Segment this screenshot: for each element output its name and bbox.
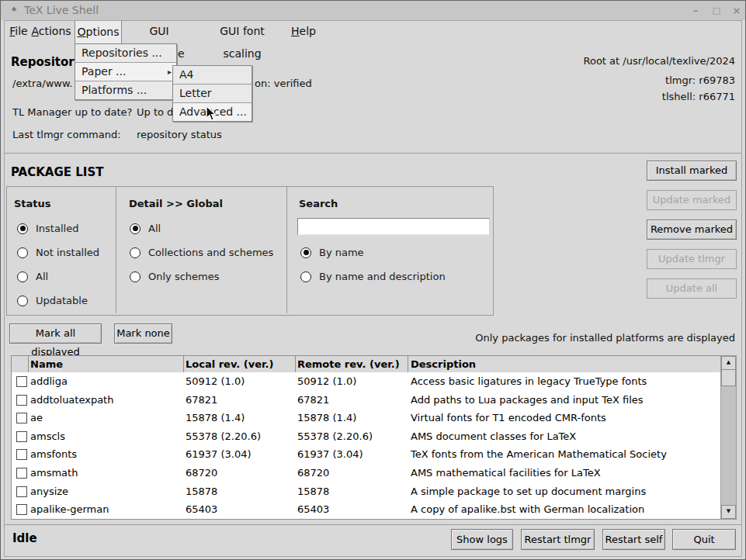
radio-updatable[interactable]: Updatable bbox=[17, 294, 88, 306]
table-row[interactable]: apalike-german 65403 65403 A copy of apa… bbox=[12, 500, 720, 519]
radio-label: All bbox=[36, 271, 48, 282]
cell-remote-rev: 61937 (3.04) bbox=[297, 445, 363, 464]
cell-description: Add paths to Lua packages and input TeX … bbox=[411, 391, 644, 410]
minimize-icon[interactable]: – bbox=[688, 4, 703, 18]
radio-label: Installed bbox=[36, 223, 78, 234]
restart-tlmgr-button[interactable]: Restart tlmgr bbox=[521, 529, 595, 550]
row-checkbox[interactable] bbox=[16, 395, 27, 406]
package-table: Name Local rev. (ver.) Remote rev. (ver.… bbox=[11, 355, 721, 520]
radio-collections-schemes[interactable]: Collections and schemes bbox=[130, 246, 273, 258]
table-row[interactable]: anysize 15878 15878 A simple package to … bbox=[12, 482, 720, 501]
menu-item-paper[interactable]: Paper ...▸ bbox=[75, 63, 176, 81]
radio-all-status[interactable]: All bbox=[17, 270, 48, 282]
cell-remote-rev: 67821 bbox=[297, 391, 329, 410]
radio-label: Collections and schemes bbox=[148, 247, 273, 258]
cell-remote-rev: 15878 bbox=[297, 482, 329, 501]
table-header: Name Local rev. (ver.) Remote rev. (ver.… bbox=[12, 356, 720, 373]
radio-by-name[interactable]: By name bbox=[300, 246, 364, 258]
scroll-down-icon[interactable]: ▼ bbox=[721, 505, 736, 519]
radio-by-name-description[interactable]: By name and description bbox=[300, 270, 446, 282]
col-name[interactable]: Name bbox=[30, 356, 63, 372]
radio-only-schemes[interactable]: Only schemes bbox=[130, 270, 220, 282]
restart-self-button[interactable]: Restart self bbox=[602, 529, 665, 550]
cell-remote-rev: 55378 (2.20.6) bbox=[297, 427, 373, 446]
cell-description: TeX fonts from the American Mathematical… bbox=[411, 445, 667, 464]
package-list-heading: PACKAGE LIST bbox=[11, 165, 103, 179]
radio-label: By name bbox=[319, 247, 364, 258]
submenu-item-a4[interactable]: A4 bbox=[173, 66, 252, 85]
search-label: Search bbox=[299, 198, 338, 209]
table-row[interactable]: addliga 50912 (1.0) 50912 (1.0) Access b… bbox=[12, 372, 720, 391]
close-icon[interactable]: × bbox=[729, 4, 744, 18]
submenu-arrow-icon: ▸ bbox=[168, 63, 172, 81]
tlmgr-revision: tlmgr: r69783 bbox=[665, 74, 735, 86]
update-all-button: Update all bbox=[647, 278, 737, 299]
col-divider bbox=[183, 356, 184, 372]
status-text: Idle bbox=[12, 531, 37, 545]
lastcmd-label: Last tlmgr command: bbox=[12, 129, 121, 140]
section-divider bbox=[5, 153, 741, 154]
row-checkbox[interactable] bbox=[16, 486, 27, 497]
detail-filter-label: Detail >> Global bbox=[129, 198, 223, 209]
table-row[interactable]: addtoluatexpath 67821 67821 Add paths to… bbox=[12, 391, 720, 410]
table-row[interactable]: amscls 55378 (2.20.6) 55378 (2.20.6) AMS… bbox=[12, 427, 720, 446]
filters-divider-2 bbox=[286, 187, 287, 313]
update-marked-button: Update marked bbox=[647, 190, 737, 210]
radio-detail-all[interactable]: All bbox=[130, 222, 161, 234]
radio-label: By name and description bbox=[319, 271, 446, 282]
table-scrollbar[interactable]: ▲ ▼ bbox=[720, 355, 737, 520]
remove-marked-button[interactable]: Remove marked bbox=[647, 220, 737, 240]
table-row[interactable]: ae 15878 (1.4) 15878 (1.4) Virtual fonts… bbox=[12, 409, 720, 427]
col-description[interactable]: Description bbox=[411, 356, 476, 372]
scrollbar-thumb[interactable] bbox=[721, 369, 736, 386]
install-marked-button[interactable]: Install marked bbox=[647, 161, 737, 181]
mark-all-displayed-button[interactable]: Mark all displayed bbox=[9, 323, 102, 344]
col-divider bbox=[28, 356, 29, 372]
row-checkbox[interactable] bbox=[16, 468, 27, 479]
app-icon: ◆ bbox=[12, 5, 16, 12]
cell-name: amsmath bbox=[30, 464, 78, 482]
menu-gui-language[interactable]: GUI language bbox=[123, 20, 195, 43]
menu-item-platforms[interactable]: Platforms ... bbox=[75, 81, 176, 99]
cell-name: apalike-german bbox=[30, 500, 109, 519]
show-logs-button[interactable]: Show logs bbox=[451, 529, 513, 550]
menu-item-repositories[interactable]: Repositories ... bbox=[75, 44, 176, 63]
submenu-item-letter[interactable]: Letter bbox=[173, 85, 252, 103]
mouse-cursor bbox=[206, 105, 217, 124]
radio-not-installed[interactable]: Not installed bbox=[17, 246, 99, 258]
mark-none-button[interactable]: Mark none bbox=[114, 323, 172, 344]
quit-button[interactable]: Quit bbox=[672, 529, 736, 550]
root-path: Root at /usr/local/texlive/2024 bbox=[583, 55, 735, 67]
cell-local-rev: 67821 bbox=[186, 391, 217, 410]
cell-local-rev: 15878 (1.4) bbox=[186, 409, 245, 427]
repository-verification: on: verified bbox=[255, 78, 312, 89]
row-checkbox[interactable] bbox=[16, 431, 27, 442]
menu-bar: File Actions Options GUI language GUI fo… bbox=[1, 20, 745, 43]
cell-name: addtoluatexpath bbox=[30, 391, 113, 410]
menu-item-label: Paper ... bbox=[82, 65, 126, 78]
col-divider bbox=[295, 356, 296, 372]
col-local-rev[interactable]: Local rev. (ver.) bbox=[186, 356, 273, 372]
statusbar-divider bbox=[5, 524, 741, 525]
row-checkbox[interactable] bbox=[16, 413, 27, 423]
col-remote-rev[interactable]: Remote rev. (ver.) bbox=[297, 356, 400, 372]
row-checkbox[interactable] bbox=[16, 376, 27, 387]
maximize-icon[interactable]: □ bbox=[709, 4, 724, 18]
search-input[interactable] bbox=[297, 218, 490, 235]
row-checkbox[interactable] bbox=[16, 504, 27, 515]
menu-help[interactable]: Help bbox=[289, 20, 318, 43]
row-checkbox[interactable] bbox=[16, 449, 27, 460]
table-row[interactable]: amsfonts 61937 (3.04) 61937 (3.04) TeX f… bbox=[12, 445, 720, 464]
update-tlmgr-button: Update tlmgr bbox=[647, 249, 737, 269]
window-title: TeX Live Shell bbox=[24, 4, 99, 16]
menu-options[interactable]: Options bbox=[75, 20, 122, 43]
scroll-up-icon[interactable]: ▲ bbox=[721, 356, 736, 370]
col-divider bbox=[408, 356, 408, 372]
table-row[interactable]: amsmath 68720 68720 AMS mathematical fac… bbox=[12, 464, 720, 482]
menu-actions[interactable]: Actions bbox=[31, 20, 71, 43]
cell-description: AMS mathematical facilities for LaTeX bbox=[411, 464, 601, 482]
cell-name: amscls bbox=[30, 427, 65, 446]
menu-file[interactable]: File bbox=[6, 20, 31, 43]
menu-gui-font-scaling[interactable]: GUI font scaling bbox=[200, 20, 285, 43]
radio-installed[interactable]: Installed bbox=[17, 222, 78, 234]
